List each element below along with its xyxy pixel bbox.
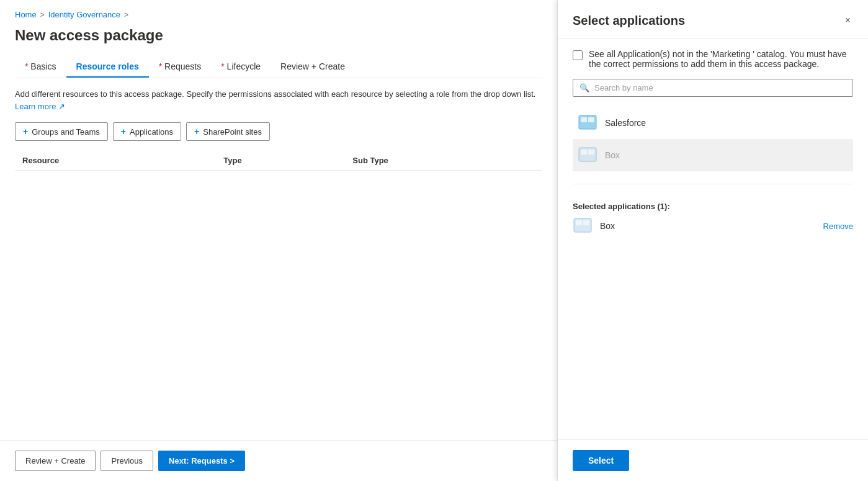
selected-box-name: Box — [600, 221, 615, 231]
app-salesforce-name: Salesforce — [605, 118, 646, 128]
divider — [573, 184, 853, 184]
app-item-salesforce[interactable]: Salesforce — [573, 107, 853, 139]
col-resource: Resource — [15, 151, 216, 171]
applications-button[interactable]: + Applications — [113, 122, 181, 141]
breadcrumb: Home > Identity Governance > — [15, 10, 542, 19]
panel-footer: Select — [558, 439, 868, 481]
selected-section: Selected applications (1): Box Remove — [573, 197, 853, 241]
bottom-bar: Review + Create Previous Next: Requests … — [0, 440, 557, 481]
tab-basics[interactable]: * Basics — [15, 56, 66, 78]
app-item-box[interactable]: Box — [573, 139, 853, 171]
breadcrumb-sep2: > — [124, 11, 128, 19]
groups-teams-button[interactable]: + Groups and Teams — [15, 122, 108, 141]
learn-more-link[interactable]: Learn more ↗ — [15, 102, 65, 111]
review-create-button[interactable]: Review + Create — [15, 451, 96, 471]
box-icon — [578, 145, 597, 165]
svg-rect-3 — [588, 117, 594, 122]
tab-resource-roles[interactable]: Resource roles — [66, 56, 149, 78]
search-box: 🔍 — [573, 79, 853, 97]
breadcrumb-home[interactable]: Home — [15, 10, 37, 19]
sharepoint-sites-button[interactable]: + SharePoint sites — [186, 122, 270, 141]
next-requests-button[interactable]: Next: Requests > — [158, 451, 245, 471]
tabs-container: * Basics Resource roles * Requests * Lif… — [15, 56, 542, 78]
tab-requests[interactable]: * Requests — [149, 56, 212, 78]
panel-title: Select applications — [573, 14, 685, 28]
search-icon: 🔍 — [579, 83, 589, 92]
remove-box-button[interactable]: Remove — [823, 222, 853, 231]
select-button[interactable]: Select — [573, 450, 629, 471]
panel-header: Select applications × — [558, 0, 868, 39]
breadcrumb-identity-governance[interactable]: Identity Governance — [48, 10, 120, 19]
groups-teams-plus-icon: + — [23, 127, 28, 137]
breadcrumb-sep1: > — [40, 11, 45, 19]
previous-button[interactable]: Previous — [101, 451, 153, 471]
svg-rect-10 — [576, 220, 582, 225]
panel-close-button[interactable]: × — [843, 12, 853, 29]
svg-rect-6 — [581, 150, 587, 155]
svg-rect-7 — [588, 150, 594, 155]
groups-teams-label: Groups and Teams — [32, 127, 100, 137]
svg-rect-2 — [581, 117, 587, 122]
catalog-notice-text: See all Application(s) not in the 'Marke… — [589, 49, 853, 69]
action-buttons: + Groups and Teams + Applications + Shar… — [15, 122, 542, 141]
tab-review-create[interactable]: Review + Create — [271, 56, 355, 78]
app-list: Salesforce Box — [573, 107, 853, 171]
salesforce-icon — [578, 113, 597, 133]
tab-description: Add different resources to this access p… — [15, 88, 542, 112]
app-box-name: Box — [605, 150, 620, 160]
catalog-notice-container: See all Application(s) not in the 'Marke… — [573, 49, 853, 69]
main-content: Home > Identity Governance > New access … — [0, 0, 558, 481]
sharepoint-label: SharePoint sites — [203, 127, 262, 137]
resource-table: Resource Type Sub Type — [15, 151, 542, 171]
svg-rect-11 — [583, 220, 589, 225]
side-panel: Select applications × See all Applicatio… — [558, 0, 868, 481]
page-title: New access package — [15, 27, 542, 44]
selected-app-item-box: Box Remove — [573, 211, 853, 241]
selected-section-title: Selected applications (1): — [573, 202, 853, 211]
tab-lifecycle[interactable]: * Lifecycle — [211, 56, 271, 78]
panel-body: See all Application(s) not in the 'Marke… — [558, 39, 868, 439]
col-type: Type — [216, 151, 345, 171]
applications-plus-icon: + — [121, 127, 126, 137]
selected-box-icon — [573, 216, 593, 236]
col-sub-type: Sub Type — [345, 151, 542, 171]
applications-label: Applications — [130, 127, 173, 137]
sharepoint-plus-icon: + — [194, 127, 199, 137]
search-input[interactable] — [594, 83, 846, 92]
catalog-notice-checkbox[interactable] — [573, 50, 583, 60]
